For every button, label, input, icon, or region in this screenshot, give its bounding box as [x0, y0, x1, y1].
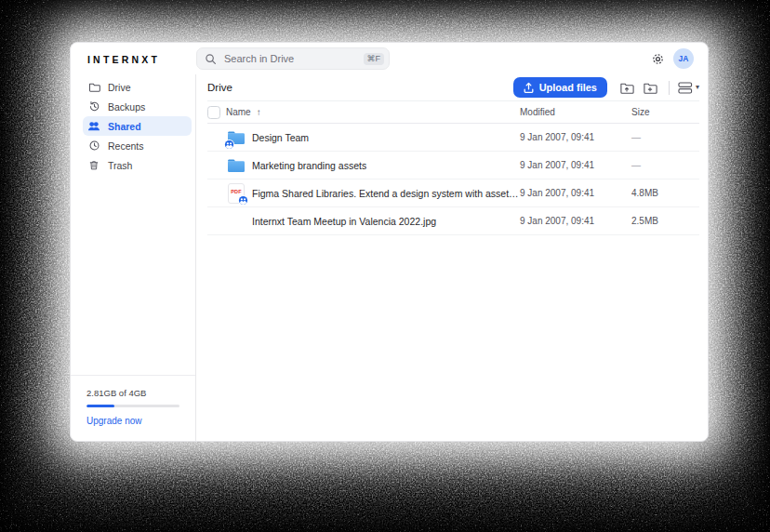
- item-size: —: [631, 160, 699, 170]
- folder-plus-icon: [643, 81, 657, 95]
- item-modified: 9 Jan 2007, 09:41: [520, 160, 631, 170]
- sidebar-item-label: Drive: [108, 82, 131, 93]
- sort-asc-icon: ↑: [257, 107, 261, 117]
- storage-progress-fill: [86, 405, 114, 408]
- sidebar-item-recents[interactable]: Recents: [83, 136, 192, 155]
- search-icon: [205, 53, 217, 65]
- item-name: Internxt Team Meetup in Valencia 2022.jp…: [252, 216, 436, 227]
- column-modified[interactable]: Modified: [520, 107, 631, 117]
- clock-icon: [87, 140, 100, 152]
- folder-icon: [226, 155, 246, 176]
- pdf-file-icon: PDF: [226, 183, 246, 204]
- sidebar-item-label: Shared: [108, 121, 141, 132]
- sidebar-item-backups[interactable]: Backups: [83, 97, 192, 116]
- trash-icon: [87, 159, 100, 171]
- app-header: INTERNXT ⌘F: [71, 43, 708, 74]
- upgrade-link[interactable]: Upgrade now: [86, 416, 141, 426]
- search-shortcut-badge: ⌘F: [364, 53, 385, 65]
- item-modified: 9 Jan 2007, 09:41: [520, 188, 631, 198]
- chevron-down-icon: ▾: [696, 84, 699, 91]
- header-right: JA: [651, 48, 708, 69]
- item-size: 4.8MB: [631, 188, 699, 198]
- breadcrumb[interactable]: Drive: [207, 82, 232, 93]
- sidebar-item-label: Recents: [108, 140, 144, 152]
- folder-shared-icon: [226, 127, 246, 148]
- sidebar: Drive Backups Shared: [71, 74, 196, 441]
- list-view-icon: [678, 81, 693, 95]
- column-size[interactable]: Size: [631, 107, 699, 117]
- search-input[interactable]: [222, 52, 364, 65]
- shared-people-icon: [87, 120, 100, 132]
- upload-files-label: Upload files: [539, 82, 597, 93]
- item-modified: 9 Jan 2007, 09:41: [520, 216, 631, 226]
- gear-icon: [651, 52, 665, 66]
- logo-box: INTERNXT: [71, 50, 196, 67]
- sidebar-item-label: Trash: [108, 160, 132, 171]
- upload-icon: [524, 82, 534, 93]
- item-modified: 9 Jan 2007, 09:41: [520, 132, 631, 142]
- table-row[interactable]: Design Team 9 Jan 2007, 09:41 —: [207, 124, 699, 152]
- sidebar-item-trash[interactable]: Trash: [83, 155, 192, 175]
- toolbar-divider: [669, 81, 670, 95]
- app-body: Drive Backups Shared: [71, 74, 708, 441]
- select-all-checkbox[interactable]: [207, 106, 220, 119]
- screenshot-stage: INTERNXT ⌘F: [0, 0, 770, 532]
- item-name: Design Team: [252, 132, 309, 143]
- app-window: INTERNXT ⌘F: [70, 42, 709, 442]
- toolbar-actions: Upload files: [513, 77, 699, 98]
- toolbar: Drive Upload files: [207, 74, 699, 101]
- sidebar-item-label: Backups: [108, 101, 145, 113]
- item-size: 2.5MB: [631, 216, 699, 226]
- storage-usage-label: 2.81GB of 4GB: [86, 388, 179, 398]
- column-name[interactable]: Name ↑: [226, 107, 520, 117]
- table-row[interactable]: PDF Figma Shared Libraries. Extend a des…: [207, 180, 699, 207]
- sidebar-item-shared[interactable]: Shared: [83, 116, 192, 136]
- table-row[interactable]: Internxt Team Meetup in Valencia 2022.jp…: [207, 207, 699, 235]
- image-thumbnail: [226, 211, 246, 232]
- settings-button[interactable]: [651, 52, 665, 66]
- item-size: —: [631, 132, 699, 142]
- main-content: Drive Upload files: [196, 74, 708, 441]
- sidebar-item-drive[interactable]: Drive: [83, 77, 192, 97]
- view-mode-toggle[interactable]: ▾: [678, 81, 699, 95]
- column-name-label: Name: [226, 107, 251, 117]
- storage-progress-bar: [86, 405, 179, 408]
- item-name: Marketing branding assets: [252, 160, 366, 171]
- shared-badge: [224, 140, 234, 150]
- table-row[interactable]: Marketing branding assets 9 Jan 2007, 09…: [207, 152, 699, 180]
- storage-section: 2.81GB of 4GB Upgrade now: [71, 375, 195, 442]
- avatar[interactable]: JA: [673, 48, 694, 69]
- internxt-logo: INTERNXT: [87, 54, 160, 65]
- new-folder-button[interactable]: [643, 81, 657, 95]
- backup-clock-icon: [87, 100, 100, 113]
- upload-files-button[interactable]: Upload files: [513, 77, 607, 98]
- item-name: Figma Shared Libraries. Extend a design …: [252, 188, 520, 199]
- search-bar[interactable]: ⌘F: [196, 47, 390, 70]
- shared-badge: [238, 195, 248, 206]
- folder-icon: [87, 81, 100, 93]
- table-header: Name ↑ Modified Size: [207, 101, 699, 124]
- upload-folder-button[interactable]: [619, 81, 634, 95]
- folder-upload-icon: [619, 81, 634, 95]
